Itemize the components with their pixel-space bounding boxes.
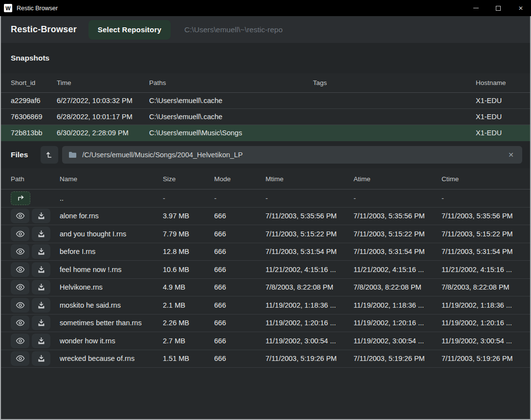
minimize-button[interactable] [465,0,487,16]
close-icon: ✕ [518,5,523,11]
maximize-icon [496,6,501,11]
title-bar: W Restic Browser ✕ [0,0,531,16]
maximize-button[interactable] [487,0,509,16]
window-title: Restic Browser [17,5,58,12]
minimize-icon [473,8,479,8]
app-icon: W [4,4,12,12]
window-frame [0,0,531,420]
close-button[interactable]: ✕ [509,0,531,16]
